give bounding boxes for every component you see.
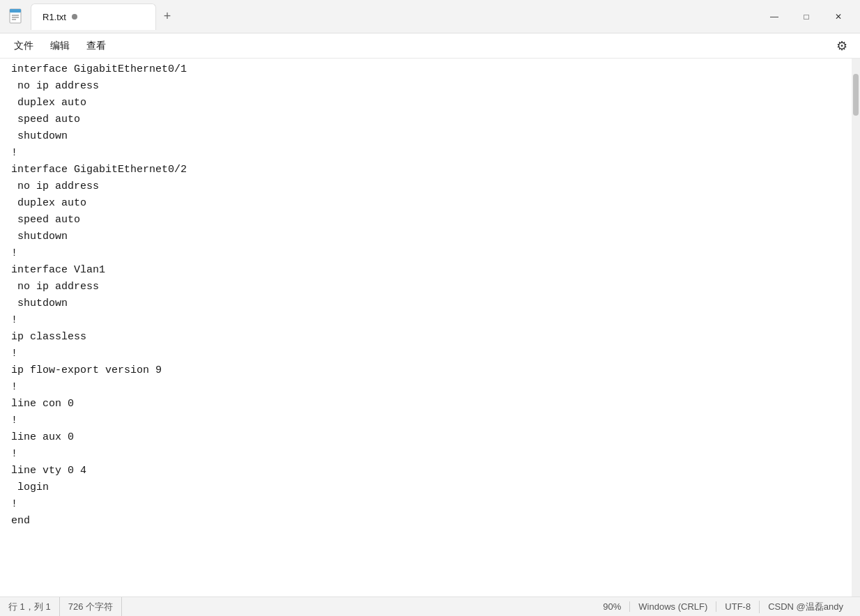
encoding[interactable]: UTF-8 [716,601,759,612]
tab-title: R1.txt [43,12,66,22]
zoom-level[interactable]: 90% [603,601,629,612]
cursor-position: 行 1，列 1 [8,597,60,616]
title-bar: R1.txt + — □ ✕ [0,0,860,33]
minimize-button[interactable]: — [758,6,790,28]
scrollbar[interactable] [852,59,860,596]
close-button[interactable]: ✕ [822,6,854,28]
menu-view[interactable]: 查看 [78,36,114,56]
menu-items: 文件 编辑 查看 [6,36,114,56]
title-bar-left: R1.txt + [6,3,758,30]
file-tab[interactable]: R1.txt [31,3,156,30]
menu-bar: 文件 编辑 查看 ⚙ [0,33,860,59]
scrollbar-thumb[interactable] [853,74,859,116]
maximize-button[interactable]: □ [790,6,822,28]
menu-edit[interactable]: 编辑 [42,36,78,56]
editor-container: interface GigabitEthernet0/1 no ip addre… [0,59,860,596]
status-bar: 行 1，列 1 726 个字符 90% Windows (CRLF) UTF-8… [0,596,860,616]
line-ending[interactable]: Windows (CRLF) [629,601,716,612]
editor-content[interactable]: interface GigabitEthernet0/1 no ip addre… [0,59,852,596]
tab-unsaved-dot [72,14,77,20]
char-count: 726 个字符 [60,597,122,616]
menu-file[interactable]: 文件 [6,36,42,56]
app-icon [6,6,28,28]
svg-rect-1 [10,9,21,13]
status-right: 90% Windows (CRLF) UTF-8 CSDN @温磊andy [603,601,852,613]
branding: CSDN @温磊andy [759,601,852,613]
window-controls: — □ ✕ [758,6,854,28]
settings-button[interactable]: ⚙ [829,33,854,59]
add-tab-button[interactable]: + [156,6,178,28]
